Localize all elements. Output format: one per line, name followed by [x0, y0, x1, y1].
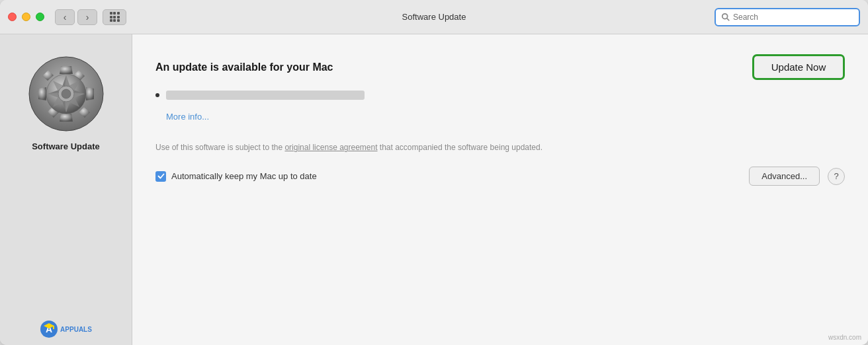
search-bar[interactable] — [715, 8, 860, 26]
update-details — [155, 91, 845, 105]
window: ‹ › Software Update — [0, 0, 868, 345]
advanced-button[interactable]: Advanced... — [749, 167, 820, 186]
license-text: Use of this software is subject to the o… — [155, 141, 552, 153]
titlebar: ‹ › Software Update — [0, 0, 868, 34]
appuals-text: APPUALS — [60, 326, 92, 333]
sidebar: Software Update A APPUALS — [0, 34, 132, 345]
nav-buttons: ‹ › — [55, 9, 126, 25]
main-content: Software Update A APPUALS — [0, 34, 868, 345]
license-text-part1: Use of this software is subject to the — [155, 143, 284, 152]
update-now-button[interactable]: Update Now — [752, 54, 845, 80]
license-link[interactable]: original license agreement — [284, 143, 377, 152]
license-text-part2: that accompanied the software being upda… — [378, 143, 543, 152]
auto-update-label: Automatically keep my Mac up to date — [171, 171, 317, 181]
wsxdn-watermark: wsxdn.com — [828, 334, 861, 341]
forward-button[interactable]: › — [77, 9, 97, 25]
maximize-button[interactable] — [36, 13, 44, 21]
back-button[interactable]: ‹ — [55, 9, 75, 25]
svg-line-1 — [727, 18, 730, 20]
svg-point-5 — [62, 89, 71, 98]
window-title: Software Update — [402, 12, 466, 22]
appuals-icon: A — [40, 320, 58, 338]
help-button[interactable]: ? — [828, 168, 845, 185]
bullet-point — [155, 93, 159, 97]
grid-icon — [110, 12, 120, 22]
grid-view-button[interactable] — [103, 9, 126, 25]
update-item-text — [166, 91, 365, 100]
minimize-button[interactable] — [22, 13, 30, 21]
auto-update-checkbox[interactable] — [155, 171, 166, 182]
search-input[interactable] — [733, 13, 853, 22]
search-icon — [721, 13, 730, 22]
svg-point-0 — [722, 13, 728, 19]
update-item — [155, 91, 845, 100]
traffic-lights — [8, 13, 44, 21]
update-available-title: An update is available for your Mac — [155, 61, 333, 73]
more-info-link[interactable]: More info... — [166, 112, 845, 122]
auto-update-checkbox-label[interactable]: Automatically keep my Mac up to date — [155, 171, 317, 182]
svg-rect-9 — [53, 326, 54, 329]
update-header: An update is available for your Mac Upda… — [155, 54, 845, 80]
sidebar-label: Software Update — [32, 141, 100, 151]
bottom-row: Automatically keep my Mac up to date Adv… — [155, 167, 845, 186]
right-panel: An update is available for your Mac Upda… — [132, 34, 868, 345]
close-button[interactable] — [8, 13, 17, 21]
software-update-icon — [26, 54, 106, 134]
